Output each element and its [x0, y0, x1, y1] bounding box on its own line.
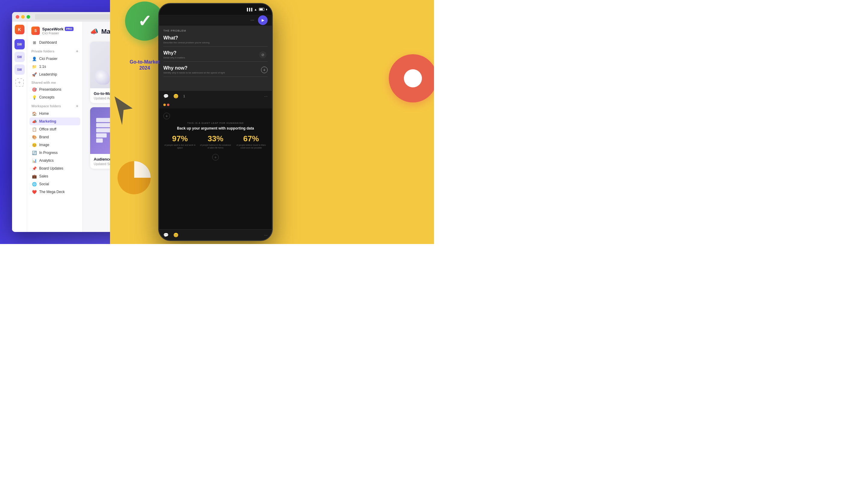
- page-emoji: 📣: [90, 28, 98, 36]
- more-icon-2[interactable]: ···: [264, 233, 268, 237]
- sidebar-item-social[interactable]: 🌐 Social: [30, 180, 80, 188]
- orange-circle-decoration: [389, 54, 434, 102]
- phone-screen: ▐▐▐ ▲ ··· ▶ THE PROBLEM What?: [159, 4, 272, 240]
- no-entry-icon: ⊘: [261, 53, 264, 57]
- pro-badge: PRO: [65, 27, 74, 31]
- more-icon[interactable]: ···: [264, 94, 268, 98]
- presentations-icon: 🎯: [32, 87, 37, 92]
- add-private-folder-button[interactable]: +: [76, 49, 79, 54]
- play-button[interactable]: ▶: [258, 15, 268, 25]
- dashboard-icon: ⊞: [32, 40, 37, 45]
- slide-item-what: What? Describe the central problem you'r…: [163, 35, 268, 47]
- add-workspace-button[interactable]: +: [16, 78, 24, 87]
- sidebar-item-home[interactable]: 🏠 Home: [30, 110, 80, 118]
- right-background: ✓ ▐▐▐ ▲: [110, 0, 434, 244]
- sidebar-item-brand[interactable]: 🎨 Brand: [30, 133, 80, 141]
- stat-item-33: 33% of people believe in the existence o…: [199, 135, 232, 149]
- add-below-button[interactable]: +: [163, 154, 268, 161]
- stats-numbers: 97% of people want to live and work in s…: [163, 135, 268, 149]
- slide-item-why: Why? Detail why it matters ⊘: [163, 50, 268, 62]
- stat-33-number: 33%: [199, 135, 232, 142]
- folder-icon: 📁: [32, 64, 37, 69]
- stats-tag: THIS IS A GIANT LEAP FOR HUMANKIND: [163, 122, 268, 124]
- shared-section: Shared with me: [30, 78, 80, 86]
- sidebar-item-cici[interactable]: 👤 Cici Frasier: [30, 55, 80, 63]
- sidebar-item-sales[interactable]: 💼 Sales: [30, 172, 80, 180]
- add-stats-button-top[interactable]: +: [163, 113, 170, 119]
- add-slide-button[interactable]: +: [261, 67, 268, 73]
- recording-bar: [159, 101, 272, 108]
- sidebar-item-office[interactable]: 📋 Office stuff: [30, 125, 80, 133]
- user-name: Cici Frasier: [42, 31, 73, 35]
- reaction-count: 1: [183, 94, 185, 98]
- social-icon: 🌐: [32, 182, 37, 187]
- reaction-bar-2: 💬 😊 ···: [159, 229, 272, 240]
- comment-icon[interactable]: 💬: [163, 94, 168, 98]
- phone-notch: [200, 4, 230, 12]
- stat-item-67: 67% of people believe travel to Mars cou…: [235, 135, 268, 149]
- rocket-icon: 🚀: [32, 72, 37, 77]
- sidebar-item-inprogress[interactable]: 🔄 In Progress: [30, 149, 80, 157]
- minimize-button[interactable]: [21, 15, 25, 19]
- sidebar-item-concepts[interactable]: 💡 Concepts: [30, 93, 80, 101]
- sidebar-item-board-updates[interactable]: 📌 Board Updates: [30, 164, 80, 172]
- close-button[interactable]: [16, 15, 19, 19]
- battery-icon: [259, 8, 264, 11]
- concepts-icon: 💡: [32, 95, 37, 100]
- slide-what-text: What?: [163, 35, 210, 41]
- battery-fill: [259, 8, 263, 10]
- arrow-svg: [112, 96, 135, 127]
- wifi-icon: ▲: [254, 8, 257, 11]
- sidebar-brand: S SpaceWork PRO Cici Frasier: [30, 25, 80, 38]
- stat-67-desc: of people believe travel to Mars could s…: [235, 144, 268, 149]
- phone-top-bar: ··· ▶: [159, 15, 272, 26]
- inprogress-icon: 🔄: [32, 150, 37, 155]
- slide-why-sub: Detail why it matters: [163, 56, 185, 59]
- slide-whynow-text: Why now?: [163, 65, 225, 71]
- sidebar-item-leadership[interactable]: 🚀 Leadership: [30, 70, 80, 78]
- stat-item-97: 97% of people want to live and work in s…: [163, 135, 196, 149]
- workspace-icon-3[interactable]: SW: [14, 64, 25, 75]
- pie-chart-decoration: [116, 160, 152, 196]
- sidebar-item-1on1[interactable]: 📁 1:1s: [30, 63, 80, 70]
- sidebar-item-mega-deck[interactable]: ❤️ The Mega Deck: [30, 188, 80, 196]
- slide-what-sub: Describe the central problem you're solv…: [163, 41, 210, 44]
- stat-33-desc: of people believe in the existence of al…: [199, 144, 232, 149]
- slide2-header-row: +: [163, 113, 268, 119]
- arrow-cursor-decoration: [112, 96, 135, 128]
- comment-icon-2[interactable]: 💬: [163, 233, 168, 237]
- private-folders-section: Private folders +: [30, 46, 80, 55]
- slide-why-text: Why?: [163, 50, 185, 56]
- svg-marker-1: [115, 96, 133, 125]
- brand-icon: 🎨: [32, 135, 37, 139]
- marketing-icon: 📣: [32, 119, 37, 124]
- workspace-section: Workspace folders +: [30, 101, 80, 110]
- workspace-icon-2[interactable]: SW: [14, 52, 25, 62]
- phone-mockup: ▐▐▐ ▲ ··· ▶ THE PROBLEM What?: [158, 3, 273, 241]
- pie-svg: [116, 160, 152, 196]
- options-menu-icon[interactable]: ···: [250, 18, 254, 23]
- add-circle-bottom[interactable]: +: [212, 154, 219, 161]
- maximize-button[interactable]: [27, 15, 30, 19]
- add-workspace-folder-button[interactable]: +: [76, 104, 79, 108]
- slide-whynow-sub: Identify why it needs to be addressed at…: [163, 71, 225, 74]
- mega-deck-icon: ❤️: [32, 190, 37, 194]
- sidebar-item-presentations[interactable]: 🎯 Presentations: [30, 86, 80, 93]
- gtm-title-line2: 2024: [130, 65, 160, 71]
- sidebar-item-marketing[interactable]: 📣 Marketing: [30, 118, 80, 125]
- restrict-icon: ⊘: [259, 51, 267, 59]
- emoji-icon-2[interactable]: 😊: [173, 233, 179, 237]
- slide-items: What? Describe the central problem you'r…: [163, 35, 268, 77]
- recording-dots: [163, 104, 169, 106]
- sidebar-item-analytics[interactable]: 📊 Analytics: [30, 157, 80, 164]
- workspace-icon-1[interactable]: SW: [14, 39, 25, 50]
- gtm-title-line1: Go-to-Market: [130, 59, 160, 65]
- slide-panel-1: THE PROBLEM What? Describe the central p…: [159, 26, 272, 90]
- sidebar: S SpaceWork PRO Cici Frasier ⊞ Dashboard: [27, 22, 83, 232]
- app-logo: K: [15, 25, 24, 34]
- emoji-icon[interactable]: 😊: [173, 94, 179, 98]
- sidebar-item-image[interactable]: 😊 Image: [30, 141, 80, 149]
- stat-67-number: 67%: [235, 135, 268, 142]
- inner-white-circle: [404, 69, 422, 87]
- sidebar-item-dashboard[interactable]: ⊞ Dashboard: [30, 38, 80, 46]
